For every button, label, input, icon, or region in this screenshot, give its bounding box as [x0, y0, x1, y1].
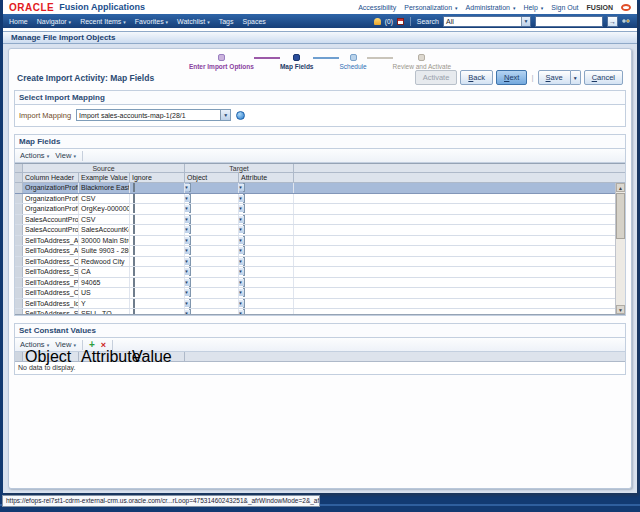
administration-menu[interactable]: Administration ▾ [466, 4, 516, 11]
ignore-checkbox[interactable] [133, 183, 135, 192]
table-row[interactable]: SellToAddress_State CA ▼ ▼ [15, 267, 615, 278]
ignore-checkbox[interactable] [133, 246, 135, 255]
actions-menu[interactable]: Actions ▾ [20, 151, 49, 160]
ignore-checkbox[interactable] [133, 194, 135, 203]
attribute-select[interactable]: ▼ [243, 204, 245, 213]
chevron-down-icon: ▼ [521, 17, 530, 26]
sign-out-link[interactable]: Sign Out [551, 4, 578, 11]
view-menu[interactable]: View ▾ [55, 151, 76, 160]
table-row[interactable]: OrganizationProfile_P CSV ▼ ▼ [15, 194, 615, 205]
column-header-attribute: Attribute [239, 173, 294, 182]
ignore-cell [130, 225, 185, 235]
attribute-select[interactable]: ▼ [243, 267, 245, 276]
object-select[interactable]: ▼ [189, 194, 191, 203]
cancel-button[interactable]: Cancel [584, 70, 623, 85]
ignore-checkbox[interactable] [133, 225, 135, 234]
column-header-ignore: Ignore [130, 173, 185, 182]
vertical-scrollbar[interactable]: ▲ ▼ [615, 183, 625, 314]
object-select[interactable]: ▼ [189, 236, 191, 245]
table-row[interactable]: SellToAddress_Count US ▼ ▼ [15, 288, 615, 299]
object-select[interactable]: ▼ [189, 257, 191, 266]
column-header-cell: SellToAddress_Addre [23, 246, 79, 256]
ignore-checkbox[interactable] [133, 257, 135, 266]
info-icon[interactable] [236, 111, 245, 120]
attribute-select[interactable]: ▼ [243, 278, 245, 287]
train-step-map-fields[interactable]: Map Fields [280, 54, 314, 70]
column-header-cell: OrganizationProfile_P [23, 194, 79, 204]
nav-tags[interactable]: Tags [219, 18, 234, 25]
object-select[interactable]: ▼ [189, 183, 191, 192]
ignore-checkbox[interactable] [133, 278, 135, 287]
object-select[interactable]: ▼ [189, 278, 191, 287]
calendar-icon[interactable] [397, 18, 404, 25]
search-input[interactable] [535, 16, 603, 27]
table-row[interactable]: SellToAddress_Postal 94065 ▼ ▼ [15, 278, 615, 289]
nav-spaces[interactable]: Spaces [243, 18, 266, 25]
table-row[interactable]: SellToAddress_Addre 30000 Main Street ▼ … [15, 236, 615, 247]
save-button[interactable]: Save [538, 70, 571, 85]
scrollbar-thumb[interactable] [616, 193, 625, 239]
object-select[interactable]: ▼ [189, 267, 191, 276]
search-scope-select[interactable]: All ▼ [443, 16, 531, 27]
object-select[interactable]: ▼ [189, 215, 191, 224]
object-select[interactable]: ▼ [189, 204, 191, 213]
filler-cell [294, 267, 615, 277]
scroll-down-icon[interactable]: ▼ [616, 305, 625, 314]
ignore-checkbox[interactable] [133, 267, 135, 276]
table-row[interactable]: OrganizationProfile_P OrgKey-0000003 ▼ ▼ [15, 204, 615, 215]
attribute-cell: ▼ [239, 225, 294, 235]
ignore-checkbox[interactable] [133, 236, 135, 245]
nav-recent-items[interactable]: Recent Items ▾ [80, 18, 126, 25]
table-row[interactable]: SellToAddress_SiteU SELL_TO ▼ ▼ [15, 309, 615, 314]
attribute-select[interactable]: ▼ [243, 183, 245, 192]
save-menu-chevron-down-icon[interactable]: ▼ [571, 70, 581, 85]
ignore-cell [130, 267, 185, 277]
object-select[interactable]: ▼ [189, 288, 191, 297]
nav-navigator[interactable]: Navigator ▾ [37, 18, 71, 25]
accessibility-link[interactable]: Accessibility [358, 4, 396, 11]
chevron-down-icon: ▾ [207, 19, 210, 25]
help-menu[interactable]: Help ▾ [523, 4, 543, 11]
table-row[interactable]: SellToAddress_City Redwood City ▼ ▼ [15, 257, 615, 268]
ignore-checkbox[interactable] [133, 299, 135, 308]
next-button[interactable]: Next [496, 70, 527, 85]
attribute-select[interactable]: ▼ [243, 288, 245, 297]
train-step-schedule[interactable]: Schedule [339, 54, 366, 70]
object-select[interactable]: ▼ [189, 225, 191, 234]
nav-favorites[interactable]: Favorites ▾ [135, 18, 168, 25]
scrollbar-track[interactable] [616, 240, 625, 305]
ignore-checkbox[interactable] [133, 288, 135, 297]
notifications-bell-icon[interactable] [374, 18, 381, 25]
attribute-select[interactable]: ▼ [243, 225, 245, 234]
ignore-checkbox[interactable] [133, 204, 135, 213]
table-row[interactable]: OrganizationProfile_C Blackmore East Cor… [15, 183, 615, 194]
advanced-search-icon[interactable] [622, 17, 631, 25]
search-go-button[interactable]: → [607, 16, 618, 27]
import-mapping-select[interactable]: Import sales-accounts-map-1(28/1 ▼ [76, 109, 231, 121]
object-select[interactable]: ▼ [189, 246, 191, 255]
nav-home[interactable]: Home [9, 18, 28, 25]
attribute-select[interactable]: ▼ [243, 236, 245, 245]
object-select[interactable]: ▼ [189, 299, 191, 308]
table-row[interactable]: SellToAddress_Addre Suite 9903 - 2803 ▼ … [15, 246, 615, 257]
scroll-up-icon[interactable]: ▲ [616, 183, 625, 192]
ignore-checkbox[interactable] [133, 309, 135, 314]
train-marker [350, 54, 357, 61]
train-step-enter-import-options[interactable]: Enter Import Options [189, 54, 254, 70]
attribute-select[interactable]: ▼ [243, 194, 245, 203]
attribute-select[interactable]: ▼ [243, 299, 245, 308]
ignore-checkbox[interactable] [133, 215, 135, 224]
table-row[interactable]: SellToAddress_Identif Y ▼ ▼ [15, 299, 615, 310]
attribute-select[interactable]: ▼ [243, 246, 245, 255]
table-row[interactable]: SalesAccountProfile_I CSV ▼ ▼ [15, 215, 615, 226]
personalization-menu[interactable]: Personalization ▾ [404, 4, 457, 11]
attribute-select[interactable]: ▼ [243, 215, 245, 224]
back-button[interactable]: Back [460, 70, 493, 85]
attribute-select[interactable]: ▼ [243, 257, 245, 266]
object-select[interactable]: ▼ [189, 309, 191, 314]
nav-watchlist[interactable]: Watchlist ▾ [177, 18, 210, 25]
table-row[interactable]: SalesAccountProfile_I SalesAccountKey-00… [15, 225, 615, 236]
object-cell: ▼ [185, 183, 239, 193]
attribute-select[interactable]: ▼ [243, 309, 245, 314]
target-group-header: Target [185, 164, 294, 172]
